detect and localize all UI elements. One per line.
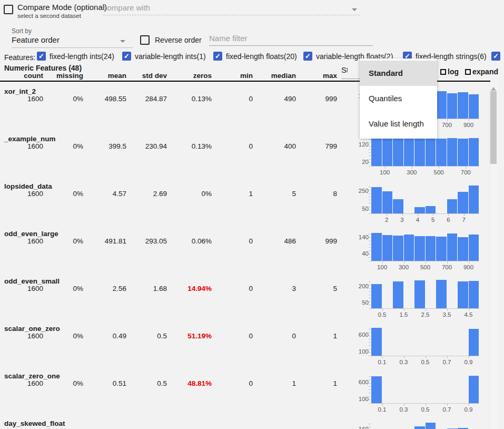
feature-stats: 16000%491.81293.050.06%0486999 — [0, 237, 337, 245]
y-minor-tick — [369, 285, 371, 285]
column-header-missing: missing — [43, 72, 83, 80]
stat-std_dev: 0.5 — [126, 379, 167, 387]
hist-bar — [436, 91, 447, 119]
y-minor-tick — [369, 139, 371, 140]
x-tick-label: 0.3 — [392, 406, 416, 413]
chart-type-select[interactable]: Standard — [341, 65, 348, 75]
x-tick — [382, 404, 383, 406]
y-tick-label: 140 — [337, 234, 369, 240]
y-minor-tick — [369, 329, 371, 329]
column-header-count: count — [0, 72, 43, 80]
chart-type-menu: StandardQuantilesValue list length — [360, 58, 437, 139]
feature-stats: 16000%2.561.6814.94%035 — [0, 285, 337, 292]
y-minor-tick — [369, 207, 371, 207]
stat-zeros: 48.81% — [167, 379, 212, 387]
stat-max: 1 — [296, 379, 337, 387]
hist-bar — [393, 138, 403, 166]
x-tick — [469, 309, 469, 311]
hist-bar — [426, 138, 436, 166]
x-tick — [447, 261, 448, 264]
stat-max: 799 — [296, 142, 337, 150]
histogram-_example_num: 12020100300500700 — [337, 133, 491, 181]
name-filter-input[interactable] — [209, 34, 373, 46]
hist-bar — [469, 329, 479, 356]
x-tick — [385, 167, 386, 169]
sort-dropdown-arrow-icon — [120, 40, 125, 43]
log-checkbox-icon[interactable] — [440, 69, 446, 75]
x-tick-label: 0.7 — [436, 359, 459, 365]
scrollbar-thumb[interactable] — [490, 91, 497, 164]
y-minor-tick — [369, 288, 371, 289]
expand-label: expand — [472, 67, 498, 76]
stat-min: 0 — [212, 95, 253, 103]
feature-filter-checkbox[interactable]: ✓ — [213, 52, 222, 61]
menu-option-value-list-length[interactable]: Value list length — [360, 111, 437, 136]
y-minor-tick — [369, 162, 371, 163]
x-tick — [469, 261, 469, 264]
y-minor-tick — [369, 291, 371, 292]
stat-mean: 0.51 — [83, 379, 126, 387]
scrollbar[interactable] — [489, 82, 498, 429]
facets-overview: Compare Mode (optional) select a second … — [0, 0, 504, 429]
column-header-median: median — [253, 72, 296, 80]
scrollbar-up-arrow-icon[interactable] — [491, 84, 496, 91]
feature-row: scalar_zero_one16000%0.510.548.81%011600… — [0, 370, 491, 418]
hist-bar — [371, 233, 382, 261]
y-minor-tick — [369, 237, 371, 238]
hist-bar — [469, 138, 479, 166]
menu-option-quantiles[interactable]: Quantiles — [360, 86, 437, 111]
x-tick-label: 100 — [371, 264, 394, 270]
y-minor-tick — [369, 389, 371, 390]
hist-bar — [436, 280, 447, 308]
y-minor-tick — [369, 396, 371, 397]
feature-name: xor_int_2 — [4, 87, 36, 95]
menu-option-standard[interactable]: Standard — [360, 61, 437, 86]
x-tick-label: 0.7 — [436, 406, 459, 413]
hist-bar — [404, 139, 414, 166]
stat-zeros: 14.94% — [167, 285, 212, 292]
x-tick — [382, 309, 383, 311]
expand-toggle[interactable]: expand — [465, 67, 498, 76]
x-tick — [464, 214, 465, 216]
feature-stats: 16000%0.490.551.19%001 — [0, 332, 337, 340]
feature-filter-checkbox[interactable]: ✓ — [37, 52, 46, 61]
log-toggle[interactable]: log — [440, 67, 459, 76]
sort-by-select[interactable]: Feature order — [12, 35, 133, 48]
compare-dropdown-arrow-icon[interactable] — [352, 8, 357, 11]
stat-mean: 2.56 — [83, 285, 126, 292]
x-tick-label: 0.5 — [414, 406, 437, 413]
y-minor-tick — [369, 332, 371, 333]
y-minor-tick — [369, 234, 371, 235]
stat-count: 1600 — [0, 190, 43, 198]
expand-checkbox-icon[interactable] — [465, 69, 471, 75]
y-tick-label: 50 — [337, 206, 369, 212]
x-tick-label: 0.9 — [457, 359, 480, 365]
x-tick-label: 2.5 — [414, 311, 437, 318]
stat-mean: 0.49 — [83, 332, 126, 340]
y-minor-tick — [369, 159, 371, 160]
x-tick — [418, 214, 418, 216]
compare-mode-checkbox[interactable] — [4, 5, 13, 14]
stat-max: 8 — [296, 190, 337, 198]
y-tick-label: 600 — [337, 379, 369, 385]
feature-filter-checkbox[interactable]: ✓ — [491, 52, 500, 61]
hist-bar — [447, 138, 458, 166]
stat-min: 0 — [212, 332, 253, 340]
column-header-mean: mean — [83, 72, 126, 80]
feature-stats: 16000%0.510.548.81%011 — [0, 379, 337, 387]
feature-filter-checkbox[interactable]: ✓ — [303, 52, 312, 61]
reverse-order-checkbox[interactable] — [140, 35, 150, 45]
stat-std_dev: 293.05 — [126, 237, 167, 245]
y-tick-label: 100 — [337, 348, 369, 355]
hist-bar — [414, 280, 425, 308]
feature-filter-checkbox[interactable]: ✓ — [122, 52, 131, 61]
feature-stats: 16000%399.5230.940.13%0400799 — [0, 142, 337, 150]
compare-mode-title: Compare Mode (optional) — [17, 3, 107, 12]
hist-bar — [404, 235, 414, 261]
y-minor-tick — [369, 142, 371, 143]
y-minor-tick — [369, 190, 371, 190]
stat-mean: 4.57 — [83, 190, 126, 198]
x-tick — [426, 404, 426, 406]
feature-name: day_skewed_float — [4, 420, 65, 427]
compare-with-input[interactable] — [103, 3, 360, 15]
